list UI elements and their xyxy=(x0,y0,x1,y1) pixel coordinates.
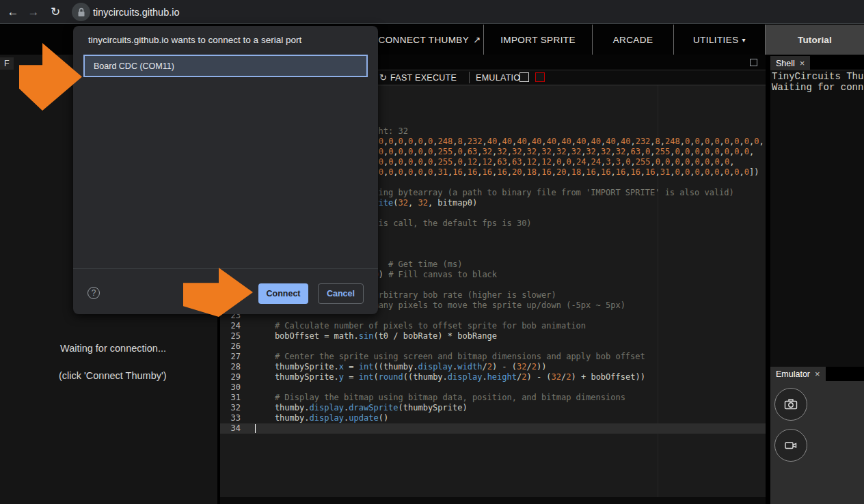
code-text[interactable] xyxy=(247,423,766,434)
filesystem-tab[interactable]: F xyxy=(0,57,14,70)
fast-execute-button[interactable]: FAST EXECUTE xyxy=(390,73,457,83)
code-line[interactable]: 30 xyxy=(220,382,766,393)
code-text[interactable]: bobOffset = math.sin(t0 / bobRate) * bob… xyxy=(247,331,766,341)
code-line[interactable]: 34 xyxy=(220,423,766,434)
connect-thumby-button[interactable]: CONNECT THUMBY ↗ xyxy=(376,25,483,55)
video-camera-icon xyxy=(783,438,798,453)
code-line[interactable]: 26 xyxy=(220,341,766,352)
code-line[interactable]: 29 thumbySprite.y = int(round((thumby.di… xyxy=(220,372,766,382)
line-number: 25 xyxy=(220,331,247,341)
arcade-button[interactable]: ARCADE xyxy=(592,25,673,55)
external-link-icon: ↗ xyxy=(473,35,481,45)
toolbar-divider xyxy=(469,72,470,83)
camera-icon xyxy=(783,397,798,412)
line-number: 33 xyxy=(220,413,247,423)
help-icon[interactable]: ? xyxy=(87,287,100,299)
emulator-tab-row: Emulator × xyxy=(770,367,864,381)
line-number: 34 xyxy=(220,423,247,434)
record-video-button[interactable] xyxy=(774,429,807,462)
code-line[interactable]: 24 # Calculate number of pixels to offse… xyxy=(220,321,766,331)
emulator-panel xyxy=(770,381,864,504)
connect-thumby-label: CONNECT THUMBY xyxy=(379,35,470,45)
dialog-title: tinycircuits.github.io wants to connect … xyxy=(88,35,362,45)
code-text[interactable] xyxy=(247,341,766,352)
shell-output-line: TinyCircuits Thu xyxy=(772,71,864,82)
utilities-label: UTILITIES xyxy=(693,35,739,45)
code-line[interactable]: 33 thumby.display.update() xyxy=(220,413,766,423)
line-number: 28 xyxy=(220,362,247,372)
emulation-checkbox-main[interactable] xyxy=(535,72,545,82)
text-cursor xyxy=(255,424,256,433)
shell-output-line: Waiting for conn xyxy=(772,82,864,93)
code-line[interactable]: 28 thumbySprite.x = int((thumby.display.… xyxy=(220,362,766,372)
panel-divider-right[interactable] xyxy=(766,55,770,504)
site-security-chip[interactable] xyxy=(72,3,90,21)
maximize-icon[interactable] xyxy=(750,59,757,66)
app-root: ← → ↻ tinycircuits.github.io CONNECT THU… xyxy=(0,0,864,504)
screenshot-button[interactable] xyxy=(774,388,807,421)
line-number: 26 xyxy=(220,341,247,352)
arcade-label: ARCADE xyxy=(613,35,653,45)
cancel-button[interactable]: Cancel xyxy=(318,283,364,304)
serial-port-dialog: tinycircuits.github.io wants to connect … xyxy=(73,26,378,314)
shell-tab-label: Shell xyxy=(776,59,795,68)
code-text[interactable]: # Center the sprite using screen and bit… xyxy=(247,352,766,362)
line-number: 32 xyxy=(220,403,247,413)
connection-status-text: Waiting for connection... xyxy=(60,343,166,354)
tutorial-tab[interactable]: Tutorial xyxy=(765,25,864,55)
utilities-button[interactable]: UTILITIES ▾ xyxy=(673,25,765,55)
import-sprite-button[interactable]: IMPORT SPRITE xyxy=(483,25,592,55)
code-text[interactable]: # Calculate number of pixels to offset s… xyxy=(247,321,766,331)
address-bar[interactable]: tinycircuits.github.io xyxy=(93,0,180,24)
code-line[interactable]: 31 # Display the bitmap using bitmap dat… xyxy=(220,393,766,403)
forward-icon[interactable]: → xyxy=(25,0,42,24)
close-icon[interactable]: × xyxy=(815,369,820,379)
lock-icon xyxy=(77,8,85,17)
serial-device-option[interactable]: Board CDC (COM11) xyxy=(83,55,368,77)
fast-execute-icon: ↻ xyxy=(379,72,387,83)
code-text[interactable]: # Display the bitmap using bitmap data, … xyxy=(247,393,766,403)
horizontal-scrollbar[interactable] xyxy=(220,497,766,504)
reload-icon[interactable]: ↻ xyxy=(46,0,64,24)
line-number: 30 xyxy=(220,382,247,393)
code-line[interactable]: 32 thumby.display.drawSprite(thumbySprit… xyxy=(220,403,766,413)
code-text[interactable]: thumby.display.update() xyxy=(247,413,766,423)
back-icon[interactable]: ← xyxy=(4,0,22,24)
line-number: 27 xyxy=(220,352,247,362)
emulation-checkbox-normal[interactable] xyxy=(519,72,529,82)
tutorial-label: Tutorial xyxy=(798,35,832,45)
shell-tab[interactable]: Shell × xyxy=(770,56,810,70)
right-panel: Shell × TinyCircuits Thu Waiting for con… xyxy=(770,55,864,504)
browser-toolbar: ← → ↻ tinycircuits.github.io xyxy=(0,0,864,24)
shell-tab-row: Shell × xyxy=(770,55,864,70)
import-sprite-label: IMPORT SPRITE xyxy=(500,35,576,45)
line-number: 31 xyxy=(220,393,247,403)
dialog-separator xyxy=(73,268,378,269)
close-icon[interactable]: × xyxy=(800,58,805,68)
chevron-down-icon: ▾ xyxy=(742,36,746,44)
code-line[interactable]: 27 # Center the sprite using screen and … xyxy=(220,352,766,362)
connection-hint-text: (click 'Connect Thumby') xyxy=(59,370,167,381)
code-text[interactable] xyxy=(247,382,766,393)
code-text[interactable]: thumbySprite.x = int((thumby.display.wid… xyxy=(247,362,766,372)
code-text[interactable]: thumbySprite.y = int(round((thumby.displ… xyxy=(247,372,766,382)
code-text[interactable]: thumby.display.drawSprite(thumbySprite) xyxy=(247,403,766,413)
connect-button[interactable]: Connect xyxy=(258,283,308,304)
line-number: 29 xyxy=(220,372,247,382)
code-line[interactable]: 25 bobOffset = math.sin(t0 / bobRate) * … xyxy=(220,331,766,341)
emulator-tab[interactable]: Emulator × xyxy=(770,367,826,381)
line-number: 24 xyxy=(220,321,247,331)
emulator-tab-label: Emulator xyxy=(776,369,810,379)
